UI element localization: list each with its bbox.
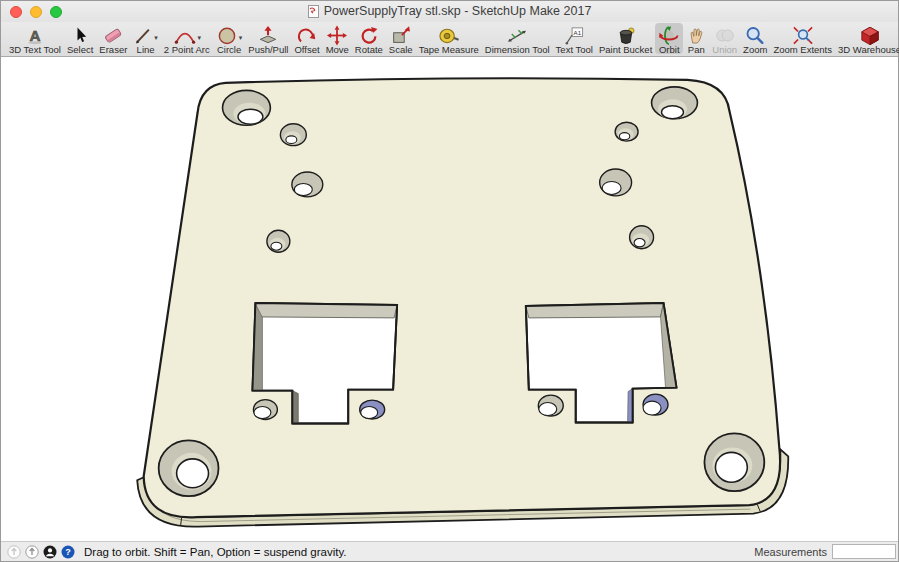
scale-icon xyxy=(390,25,412,45)
skp-document-icon xyxy=(308,5,319,18)
tool-label: Union xyxy=(712,45,737,55)
push-pull-icon xyxy=(256,25,280,45)
flank-hole-left-cutout-left xyxy=(253,400,277,420)
traffic-lights xyxy=(10,6,62,18)
tool-2-point-arc[interactable]: ▾ 2 Point Arc xyxy=(161,23,213,54)
statusbar-icons: ? xyxy=(7,545,75,559)
tool-label: Select xyxy=(67,45,93,55)
sign-in-icon[interactable] xyxy=(43,545,57,559)
tool-zoom-extents[interactable]: Zoom Extents xyxy=(770,23,835,54)
small-hole-left-2 xyxy=(292,172,323,197)
small-hole-right-1 xyxy=(615,122,638,141)
svg-text:?: ? xyxy=(65,547,71,557)
flank-hole-right-cutout-left xyxy=(538,395,563,416)
tool-tape-measure[interactable]: Tape Measure xyxy=(416,23,482,54)
tool-rotate[interactable]: Rotate xyxy=(352,23,386,54)
pan-hand-icon xyxy=(686,25,706,45)
geolocation-icon[interactable] xyxy=(7,545,21,559)
tool-label: Pan xyxy=(688,45,705,55)
paint-bucket-icon xyxy=(614,25,638,45)
select-cursor-icon xyxy=(70,25,90,45)
counterbore-hole-bottom-left xyxy=(159,440,219,496)
tool-label: Paint Bucket xyxy=(599,45,652,55)
tool-label: Circle xyxy=(217,45,241,55)
union-icon xyxy=(714,25,736,45)
3d-warehouse-icon xyxy=(859,25,881,45)
3d-text-icon: A xyxy=(23,25,47,45)
tool-orbit[interactable]: Orbit xyxy=(655,23,683,54)
tool-zoom[interactable]: Zoom xyxy=(740,23,770,54)
tool-label: Move xyxy=(326,45,349,55)
small-hole-right-2 xyxy=(600,169,632,196)
flank-hole-right-cutout-right-backface xyxy=(643,394,668,415)
close-button[interactable] xyxy=(10,6,22,18)
tool-label: Push/Pull xyxy=(248,45,288,55)
tool-label: Dimension Tool xyxy=(485,45,550,55)
power-supply-tray-model xyxy=(1,57,898,541)
tool-label: Rotate xyxy=(355,45,383,55)
small-hole-right-3 xyxy=(630,226,654,249)
tool-scale[interactable]: Scale xyxy=(386,23,416,54)
tool-push-pull[interactable]: Push/Pull xyxy=(245,23,291,54)
tool-circle[interactable]: ▾ Circle xyxy=(213,23,246,54)
circle-icon: ▾ xyxy=(216,25,243,45)
measurements-label: Measurements xyxy=(754,546,827,558)
text-tool-icon: A1 xyxy=(562,25,586,45)
dimension-icon xyxy=(505,25,529,45)
plate-top-face xyxy=(144,78,780,517)
counterbore-hole-top-right xyxy=(652,87,698,119)
arc-icon: ▾ xyxy=(173,25,202,45)
window-title-text: PowerSupplyTray stl.skp - SketchUp Make … xyxy=(324,5,592,18)
rotate-icon xyxy=(358,25,380,45)
tape-measure-icon xyxy=(437,25,461,45)
tool-dimension[interactable]: Dimension Tool xyxy=(482,23,553,54)
tool-label: Scale xyxy=(389,45,413,55)
tool-union: Union xyxy=(709,23,740,54)
tool-line[interactable]: ▾ Line xyxy=(130,23,161,54)
statusbar: ? Drag to orbit. Shift = Pan, Option = s… xyxy=(1,541,898,561)
status-hint: Drag to orbit. Shift = Pan, Option = sus… xyxy=(84,546,347,558)
tool-select[interactable]: Select xyxy=(64,23,96,54)
flank-hole-left-cutout-right-backface xyxy=(360,400,385,419)
tool-3d-warehouse[interactable]: 3D Warehouse xyxy=(835,23,899,54)
offset-icon xyxy=(296,25,318,45)
tool-label: Orbit xyxy=(659,45,680,55)
tool-paint-bucket[interactable]: Paint Bucket xyxy=(596,23,655,54)
claim-credit-icon[interactable] xyxy=(25,545,39,559)
zoom-window-button[interactable] xyxy=(50,6,62,18)
tool-label: Text Tool xyxy=(556,45,593,55)
tool-eraser[interactable]: Eraser xyxy=(96,23,130,54)
minimize-button[interactable] xyxy=(30,6,42,18)
eraser-icon xyxy=(101,25,125,45)
svg-text:A1: A1 xyxy=(574,28,582,35)
tool-label: Zoom Extents xyxy=(773,45,832,55)
zoom-icon xyxy=(744,25,766,45)
zoom-extents-icon xyxy=(791,25,815,45)
tool-text[interactable]: A1 Text Tool xyxy=(553,23,596,54)
tool-label: 2 Point Arc xyxy=(164,45,210,55)
tool-offset[interactable]: Offset xyxy=(291,23,322,54)
window-title: PowerSupplyTray stl.skp - SketchUp Make … xyxy=(308,5,592,18)
tool-pan[interactable]: Pan xyxy=(683,23,709,54)
help-icon[interactable]: ? xyxy=(61,545,75,559)
counterbore-hole-bottom-right xyxy=(704,433,764,491)
tool-label: Line xyxy=(137,45,155,55)
titlebar[interactable]: PowerSupplyTray stl.skp - SketchUp Make … xyxy=(1,1,898,22)
tool-label: Offset xyxy=(294,45,319,55)
tool-label: Zoom xyxy=(743,45,767,55)
pencil-icon: ▾ xyxy=(133,25,158,45)
small-hole-left-3 xyxy=(267,230,290,252)
toolbar: A 3D Text Tool Select Eraser ▾ Line xyxy=(1,22,898,57)
measurements-input[interactable] xyxy=(832,544,896,559)
chevron-down-icon[interactable]: ▾ xyxy=(239,34,243,42)
chevron-down-icon[interactable]: ▾ xyxy=(198,34,202,42)
tool-label: Eraser xyxy=(99,45,127,55)
counterbore-hole-top-left xyxy=(223,90,271,125)
tool-move[interactable]: Move xyxy=(323,23,352,54)
chevron-down-icon[interactable]: ▾ xyxy=(154,34,158,42)
tool-label: 3D Warehouse xyxy=(838,45,899,55)
tool-3d-text[interactable]: A 3D Text Tool xyxy=(6,23,64,54)
modeling-viewport[interactable] xyxy=(1,57,898,541)
move-icon xyxy=(326,25,348,45)
orbit-icon xyxy=(658,25,680,45)
